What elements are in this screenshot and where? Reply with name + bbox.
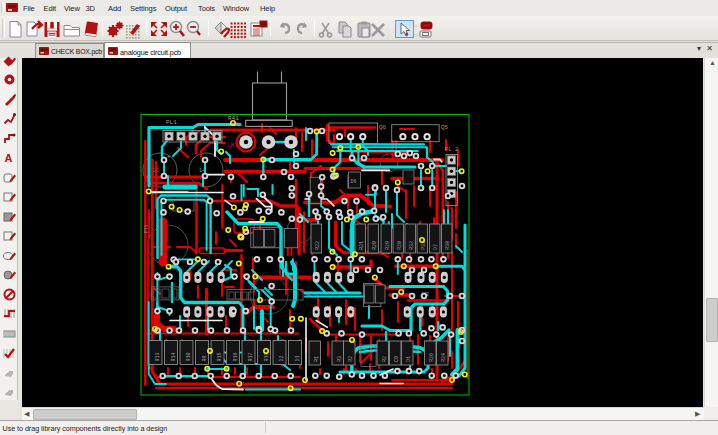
- svg-text:R32: R32: [409, 241, 415, 250]
- svg-text:R2: R2: [348, 356, 354, 362]
- svg-text:Q6: Q6: [379, 124, 387, 131]
- svg-text:R13: R13: [155, 352, 161, 361]
- svg-text:R20: R20: [372, 241, 378, 250]
- svg-text:D6: D6: [351, 179, 357, 185]
- svg-text:R14: R14: [171, 352, 177, 361]
- svg-text:R24: R24: [441, 353, 447, 362]
- svg-text:R21: R21: [359, 241, 365, 250]
- svg-text:PL1: PL1: [166, 119, 177, 126]
- svg-text:R17: R17: [248, 352, 254, 361]
- svg-text:R15: R15: [217, 352, 223, 361]
- svg-text:R16: R16: [233, 352, 239, 361]
- svg-text:PL 2: PL 2: [445, 146, 458, 153]
- svg-text:R22: R22: [315, 241, 321, 250]
- svg-text:A: A: [5, 152, 13, 164]
- svg-text:R38: R38: [445, 241, 451, 250]
- svg-text:D1: D1: [406, 356, 412, 362]
- svg-text:◌: ◌: [414, 32, 418, 38]
- svg-text:R10: R10: [186, 352, 192, 361]
- svg-text:D1: D1: [295, 355, 301, 361]
- svg-text:Q5: Q5: [441, 124, 449, 131]
- svg-text:R9: R9: [202, 355, 208, 361]
- svg-text:R28: R28: [397, 241, 403, 250]
- svg-text:R2: R2: [382, 356, 388, 362]
- svg-text:D2: D2: [279, 355, 285, 361]
- svg-text:R1: R1: [314, 356, 320, 362]
- svg-text:R26: R26: [429, 353, 435, 362]
- svg-text:P15: P15: [144, 225, 149, 233]
- svg-text:R3: R3: [337, 356, 343, 362]
- svg-text:+: +: [167, 153, 171, 160]
- svg-text:◌: ◌: [414, 23, 418, 29]
- svg-text:R29: R29: [385, 241, 391, 250]
- svg-text:C9: C9: [394, 356, 400, 362]
- svg-text:D7: D7: [433, 244, 439, 250]
